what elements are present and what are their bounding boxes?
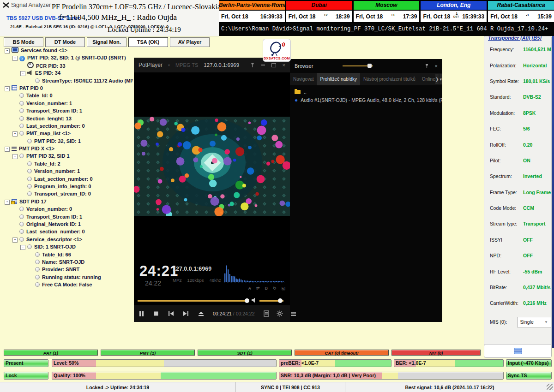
pin-icon[interactable] (425, 64, 429, 69)
resize-grip[interactable] (547, 384, 553, 390)
parameter-label: FEC: (490, 126, 523, 131)
settings-gear-icon[interactable] (277, 310, 283, 317)
tree-item[interactable]: Section_lenght: 13 (3, 115, 133, 122)
mode-button-bs-mode[interactable]: BS Mode (4, 37, 43, 47)
fullscreen-icon[interactable]: ◱ (281, 286, 285, 291)
mis-dropdown[interactable]: Single ▼ (517, 317, 551, 327)
tab-list-icon[interactable]: ▾ (440, 74, 442, 84)
next-button[interactable] (183, 311, 189, 316)
menu-icon[interactable] (290, 311, 296, 316)
tree-item[interactable]: -Service_descriptor <1> (3, 236, 133, 243)
tree-item[interactable]: -SID: 1 SNRT-OJD (3, 243, 133, 250)
parameter-label: Polarization: (490, 63, 523, 68)
tree-item[interactable]: -Services found <1> (3, 47, 133, 54)
close-icon[interactable]: × (283, 62, 285, 68)
collapse-toggle[interactable]: - (5, 147, 10, 152)
tree-item[interactable]: -ES PID: 34 (3, 69, 133, 77)
pause-button[interactable] (138, 311, 145, 317)
tree-item[interactable]: -♪PMT PID: 32, SID: 1 @ SNRT-OJD (SNRT) (3, 54, 133, 61)
tree-item-label: Version_number: 1 (34, 168, 80, 174)
console-window[interactable]: C:\Users\Roman Dávid>Signal monitoring_P… (219, 23, 554, 36)
collapse-toggle[interactable]: - (5, 86, 10, 91)
browser-window: Browser × NavigovatProhlížeč nabídkyNást… (290, 59, 442, 322)
mode-button-av-player[interactable]: AV Player (170, 37, 210, 47)
panel-action-button[interactable] (484, 344, 552, 358)
bullet-icon: ● (295, 97, 298, 103)
tree-item[interactable]: Running status: running (3, 273, 133, 281)
tree-item[interactable]: Last_section_number: 0 (3, 228, 133, 235)
tree-item[interactable]: Table_Id: 2 (3, 160, 133, 167)
audio-item-label: Audio #1(SNRT-OJD) - MPEG Audio, 48.0 kH… (301, 97, 442, 103)
parameter-value: OFF (523, 237, 533, 243)
chevron-down-icon[interactable]: ▾ (168, 63, 170, 67)
tree-item[interactable]: Program_info_length: 0 (3, 183, 133, 190)
tree-item[interactable]: Transport_Stream ID: 1 (3, 107, 133, 114)
circle-icon (35, 275, 40, 279)
pin-icon[interactable] (250, 62, 255, 68)
seek-bar[interactable] (138, 300, 249, 302)
ts-structure-tree: -Services found <1>-♪PMT PID: 32, SID: 1… (3, 47, 133, 292)
tree-item[interactable]: PCR PID: 33 (3, 62, 133, 69)
tree-item[interactable]: Table_Id: 0 (3, 92, 133, 99)
collapse-toggle[interactable]: - (12, 131, 18, 137)
tab-scroll-right-icon[interactable]: ❯ (435, 74, 439, 84)
mode-button-signal-mon-[interactable]: Signal Mon. (87, 37, 126, 47)
collapse-toggle[interactable]: - (12, 56, 18, 61)
tree-item[interactable]: -PMT PID X <1> (3, 145, 133, 152)
browser-tab-0[interactable]: Navigovat (290, 73, 317, 85)
ab-swap-icon[interactable]: ⇄ (256, 286, 260, 291)
folder-icon (295, 90, 301, 94)
tree-item[interactable]: Version_number: 1 (3, 100, 133, 107)
tree-item[interactable]: Table_Id: 66 (3, 251, 133, 258)
tree-item[interactable]: -PMT PID 32, SID 1 (3, 152, 133, 160)
background-window-edge (552, 36, 554, 348)
playlist-icon[interactable] (264, 310, 269, 317)
collapse-toggle[interactable]: - (12, 154, 18, 159)
collapse-toggle[interactable]: - (12, 238, 18, 243)
clock-time: 16:39:33 (260, 13, 283, 20)
browser-title: Browser (295, 63, 313, 69)
tree-item[interactable]: -PMT_map_list <1> (3, 130, 133, 137)
tree-item[interactable]: -SDT PID 17 (3, 198, 133, 205)
mode-button-tsa-ok-[interactable]: TSA (OK) (128, 37, 168, 47)
tree-item[interactable]: Last_section_number: 0 (3, 122, 133, 130)
minimize-icon[interactable] (261, 65, 265, 65)
tree-item[interactable]: StreamType: ISO/IEC 11172 Audio (MPEG-1)… (3, 77, 133, 84)
tree-item[interactable]: -PAT PID 0 (3, 84, 133, 92)
tree-item[interactable]: Transport_Stream ID: 1 (3, 213, 133, 220)
list-item-audio[interactable]: ● Audio #1(SNRT-OJD) - MPEG Audio, 48.0 … (290, 96, 442, 104)
volume-icon[interactable] (251, 297, 257, 303)
browser-slider-knob[interactable] (367, 64, 372, 68)
browser-tab-3[interactable]: Online vyhledávání titulků (419, 73, 435, 85)
collapse-toggle[interactable]: - (5, 48, 10, 53)
tree-item[interactable]: Version_number: 0 (3, 205, 133, 213)
tree-item[interactable]: Provider: SNRT (3, 266, 133, 273)
transponder-row: FEC:5/6 (484, 121, 551, 137)
repeat-icon[interactable]: ↻ (273, 286, 277, 291)
tree-item[interactable]: Last_section_number: 0 (3, 175, 133, 183)
tree-item[interactable]: PMT PID: 32, SID: 1 (3, 137, 133, 145)
tree-item[interactable]: Free CA Mode: False (3, 281, 133, 288)
volume-knob[interactable] (278, 298, 283, 303)
ab-repeat-a-icon[interactable]: A (248, 286, 251, 291)
mode-button-dt-mode[interactable]: DT Mode (45, 37, 85, 47)
transponder-row: Pilot:ON (484, 153, 551, 168)
tree-item[interactable]: Original_Network ID: 1 (3, 220, 133, 228)
close-icon[interactable]: × (435, 63, 438, 69)
collapse-toggle[interactable]: - (5, 200, 10, 205)
maximize-icon[interactable] (271, 63, 276, 67)
collapse-toggle[interactable]: - (20, 71, 25, 76)
tree-item[interactable]: Transport_stream_ID: 0 (3, 190, 133, 197)
tree-item[interactable]: Name: SNRT-OJD (3, 258, 133, 266)
stop-button[interactable] (153, 311, 159, 316)
ab-repeat-b-icon[interactable]: B (265, 286, 268, 291)
collapse-toggle[interactable]: - (20, 245, 25, 250)
seek-knob[interactable] (245, 298, 249, 303)
eject-button[interactable] (198, 311, 204, 317)
browser-tab-1[interactable]: Prohlížeč nabídky (317, 73, 360, 85)
list-item-up[interactable]: .. (290, 88, 442, 96)
tree-item[interactable]: Version_number: 1 (3, 167, 133, 175)
previous-button[interactable] (168, 311, 174, 316)
browser-tab-2[interactable]: Nástroj procházení titulků (360, 73, 419, 85)
browser-titlebar[interactable]: Browser × (290, 59, 442, 73)
